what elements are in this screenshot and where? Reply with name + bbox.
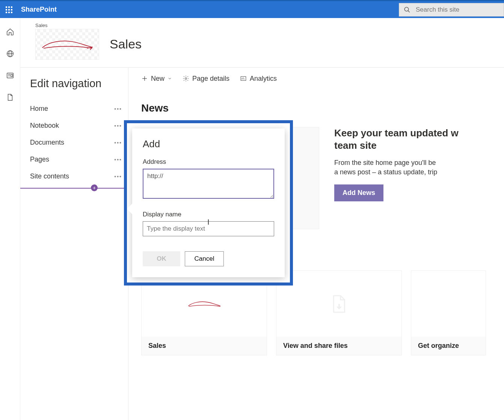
nav-label: Documents: [30, 139, 64, 147]
gear-icon: [183, 75, 189, 82]
news-heading: News: [128, 89, 504, 114]
address-input[interactable]: [143, 169, 274, 199]
more-icon[interactable]: •••: [114, 106, 125, 112]
card-label: Get organize: [411, 337, 486, 355]
app-launcher-icon[interactable]: [0, 1, 18, 19]
card-label: Sales: [142, 337, 267, 355]
more-icon[interactable]: •••: [114, 140, 125, 146]
card-label: View and share files: [276, 337, 401, 355]
insert-line: +: [20, 188, 129, 189]
card-files[interactable]: View and share files: [276, 270, 402, 355]
nav-label: Site contents: [30, 172, 69, 180]
svg-point-0: [404, 7, 409, 11]
home-icon[interactable]: [6, 28, 14, 36]
breadcrumb: Sales: [35, 23, 99, 28]
suite-header: SharePoint: [0, 0, 504, 18]
more-icon[interactable]: •••: [114, 123, 125, 129]
new-label: New: [151, 75, 164, 83]
nav-item-site-contents[interactable]: Site contents•••: [30, 168, 128, 185]
nav-item-home[interactable]: Home•••: [30, 100, 128, 117]
command-bar: New Page details Analytics: [128, 68, 504, 89]
display-name-input[interactable]: [143, 221, 274, 236]
svg-point-11: [185, 78, 187, 80]
search-box[interactable]: [399, 3, 504, 17]
nav-label: Notebook: [30, 122, 59, 130]
chevron-down-icon: [167, 76, 172, 81]
add-news-button[interactable]: Add News: [334, 184, 383, 201]
search-icon: [404, 6, 410, 13]
page-details-button[interactable]: Page details: [183, 75, 229, 83]
analytics-label: Analytics: [250, 75, 277, 83]
nav-label: Home: [30, 105, 48, 113]
plus-icon: [141, 75, 148, 82]
left-rail: [0, 18, 20, 420]
ok-button[interactable]: OK: [143, 251, 180, 266]
site-logo: [35, 29, 99, 60]
site-header: Sales Sales: [20, 18, 504, 68]
dialog-title: Add: [143, 138, 274, 150]
card-thumb: [411, 271, 486, 337]
analytics-button[interactable]: Analytics: [240, 75, 277, 83]
news-icon[interactable]: [6, 71, 14, 80]
card-organize[interactable]: Get organize: [411, 270, 486, 355]
add-link-dialog: Add Address Display name I OK Cancel: [124, 120, 293, 286]
dialog-caret: [127, 204, 132, 214]
display-name-label: Display name: [143, 211, 274, 218]
news-promo-body: From the site home page you'll bea news …: [334, 158, 504, 177]
globe-icon[interactable]: [6, 50, 14, 58]
news-promo-title: Keep your team updated wteam site: [334, 127, 504, 151]
analytics-icon: [240, 75, 247, 82]
svg-rect-8: [11, 74, 12, 77]
cancel-button[interactable]: Cancel: [185, 251, 224, 266]
app-name: SharePoint: [18, 6, 57, 14]
address-label: Address: [143, 158, 274, 166]
edit-nav-title: Edit navigation: [30, 77, 128, 90]
search-input[interactable]: [416, 6, 491, 14]
add-nav-item-icon[interactable]: +: [91, 184, 98, 191]
page-details-label: Page details: [192, 75, 229, 83]
nav-item-documents[interactable]: Documents•••: [30, 134, 128, 151]
nav-item-notebook[interactable]: Notebook•••: [30, 117, 128, 134]
file-icon[interactable]: [6, 93, 14, 101]
site-title: Sales: [110, 37, 142, 51]
edit-navigation-panel: Edit navigation Home••• Notebook••• Docu…: [20, 68, 128, 420]
svg-line-1: [408, 11, 410, 12]
more-icon[interactable]: •••: [114, 157, 125, 163]
card-thumb: [276, 271, 401, 337]
nav-label: Pages: [30, 156, 49, 163]
svg-rect-12: [241, 77, 246, 81]
new-button[interactable]: New: [141, 75, 172, 83]
more-icon[interactable]: •••: [114, 174, 125, 180]
nav-item-pages[interactable]: Pages•••: [30, 151, 128, 168]
